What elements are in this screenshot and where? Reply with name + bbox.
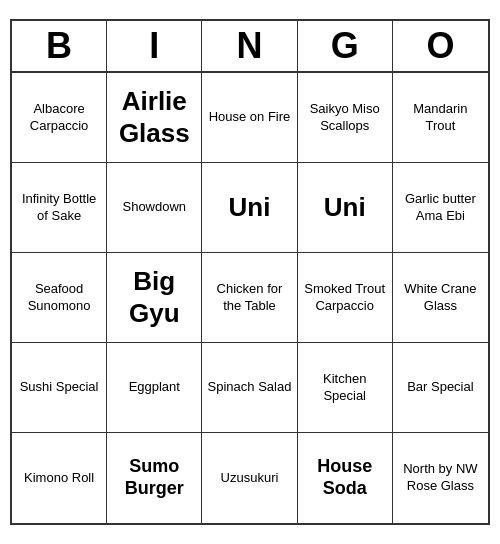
cell-text-5: Infinity Bottle of Sake xyxy=(16,191,102,225)
cell-text-15: Sushi Special xyxy=(20,379,99,396)
cell-text-17: Spinach Salad xyxy=(208,379,292,396)
bingo-cell-18: Kitchen Special xyxy=(298,343,393,433)
cell-text-13: Smoked Trout Carpaccio xyxy=(302,281,388,315)
bingo-cell-3: Saikyo Miso Scallops xyxy=(298,73,393,163)
cell-text-9: Garlic butter Ama Ebi xyxy=(397,191,484,225)
cell-text-12: Chicken for the Table xyxy=(206,281,292,315)
bingo-cell-15: Sushi Special xyxy=(12,343,107,433)
bingo-cell-6: Showdown xyxy=(107,163,202,253)
bingo-cell-5: Infinity Bottle of Sake xyxy=(12,163,107,253)
cell-text-7: Uni xyxy=(229,192,271,223)
bingo-cell-20: Kimono Roll xyxy=(12,433,107,523)
bingo-cell-1: Airlie Glass xyxy=(107,73,202,163)
cell-text-11: Big Gyu xyxy=(111,266,197,328)
bingo-cell-13: Smoked Trout Carpaccio xyxy=(298,253,393,343)
cell-text-6: Showdown xyxy=(122,199,186,216)
cell-text-4: Mandarin Trout xyxy=(397,101,484,135)
bingo-cell-16: Eggplant xyxy=(107,343,202,433)
cell-text-2: House on Fire xyxy=(209,109,291,126)
cell-text-22: Uzusukuri xyxy=(221,470,279,487)
cell-text-19: Bar Special xyxy=(407,379,473,396)
cell-text-21: Sumo Burger xyxy=(111,456,197,499)
bingo-cell-11: Big Gyu xyxy=(107,253,202,343)
cell-text-1: Airlie Glass xyxy=(111,86,197,148)
bingo-cell-10: Seafood Sunomono xyxy=(12,253,107,343)
bingo-cell-22: Uzusukuri xyxy=(202,433,297,523)
bingo-cell-14: White Crane Glass xyxy=(393,253,488,343)
header-cell-i: I xyxy=(107,21,202,71)
bingo-cell-19: Bar Special xyxy=(393,343,488,433)
bingo-cell-17: Spinach Salad xyxy=(202,343,297,433)
bingo-cell-7: Uni xyxy=(202,163,297,253)
cell-text-10: Seafood Sunomono xyxy=(16,281,102,315)
cell-text-16: Eggplant xyxy=(129,379,180,396)
cell-text-0: Albacore Carpaccio xyxy=(16,101,102,135)
bingo-cell-9: Garlic butter Ama Ebi xyxy=(393,163,488,253)
bingo-cell-23: House Soda xyxy=(298,433,393,523)
cell-text-18: Kitchen Special xyxy=(302,371,388,405)
bingo-cell-8: Uni xyxy=(298,163,393,253)
cell-text-14: White Crane Glass xyxy=(397,281,484,315)
cell-text-24: North by NW Rose Glass xyxy=(397,461,484,495)
header-cell-b: B xyxy=(12,21,107,71)
header-cell-g: G xyxy=(298,21,393,71)
cell-text-23: House Soda xyxy=(302,456,388,499)
bingo-grid: Albacore CarpaccioAirlie GlassHouse on F… xyxy=(12,73,488,523)
bingo-card: BINGO Albacore CarpaccioAirlie GlassHous… xyxy=(10,19,490,525)
bingo-cell-4: Mandarin Trout xyxy=(393,73,488,163)
bingo-cell-0: Albacore Carpaccio xyxy=(12,73,107,163)
header-cell-o: O xyxy=(393,21,488,71)
cell-text-8: Uni xyxy=(324,192,366,223)
bingo-cell-24: North by NW Rose Glass xyxy=(393,433,488,523)
cell-text-20: Kimono Roll xyxy=(24,470,94,487)
bingo-cell-2: House on Fire xyxy=(202,73,297,163)
bingo-header: BINGO xyxy=(12,21,488,73)
cell-text-3: Saikyo Miso Scallops xyxy=(302,101,388,135)
bingo-cell-21: Sumo Burger xyxy=(107,433,202,523)
header-cell-n: N xyxy=(202,21,297,71)
bingo-cell-12: Chicken for the Table xyxy=(202,253,297,343)
